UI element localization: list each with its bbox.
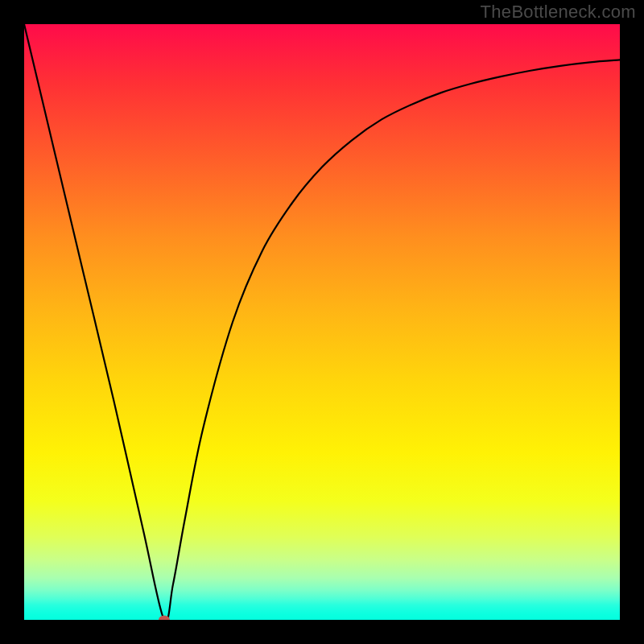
watermark-text: TheBottleneck.com <box>481 2 636 23</box>
bottleneck-curve <box>24 24 620 620</box>
plot-area <box>24 24 620 620</box>
optimal-point-marker <box>159 616 170 621</box>
chart-frame: TheBottleneck.com <box>0 0 644 644</box>
